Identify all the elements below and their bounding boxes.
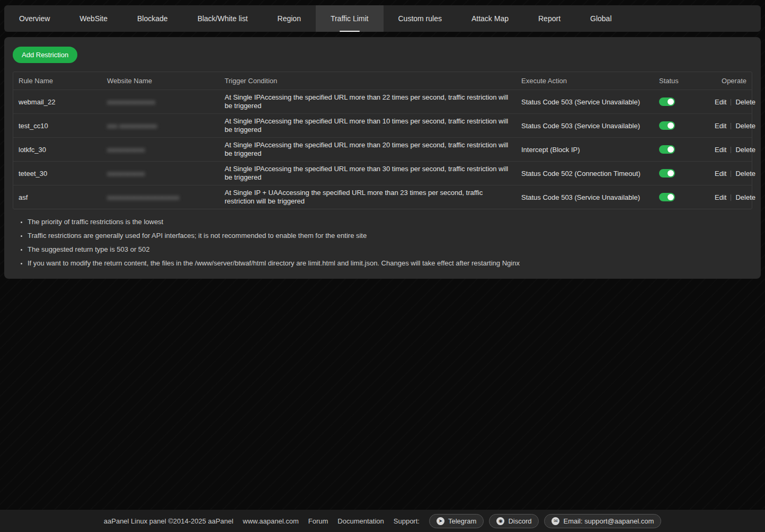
discord-icon: ◉ [496, 517, 504, 525]
toggle-knob [668, 122, 674, 129]
rule-name: teteet_30 [13, 166, 102, 181]
header-trigger: Trigger Condition [219, 74, 516, 88]
traffic-limit-table: Rule Name Website Name Trigger Condition… [13, 72, 752, 209]
header-action: Execute Action [516, 74, 654, 88]
active-tab-underline [340, 31, 360, 32]
status-toggle[interactable] [659, 97, 675, 106]
footer: aaPanel Linux panel ©2014-2025 aaPanel w… [0, 510, 765, 532]
delete-button[interactable]: Delete [735, 193, 755, 201]
telegram-icon: ➤ [437, 517, 444, 525]
table-row: test_cc10 xxx xxxxxxxxxxx At Single IPAc… [13, 113, 752, 137]
footer-support-label: Support: [394, 517, 420, 525]
divider [731, 123, 731, 129]
tab-custom-rules[interactable]: Custom rules [384, 5, 457, 32]
delete-button[interactable]: Delete [735, 170, 755, 178]
traffic-limit-panel: Add Restriction Rule Name Website Name T… [4, 37, 761, 279]
divider [731, 147, 731, 153]
status-toggle[interactable] [659, 169, 675, 178]
status-toggle[interactable] [659, 121, 675, 130]
edit-button[interactable]: Edit [715, 170, 726, 178]
footer-forum-link[interactable]: Forum [308, 517, 328, 525]
trigger-condition: At Single IP + UAAccessing the specified… [219, 185, 516, 209]
delete-button[interactable]: Delete [735, 122, 755, 130]
divider [731, 171, 731, 177]
rule-name: asf [13, 190, 102, 205]
execute-action: Status Code 503 (Service Unavailable) [516, 119, 654, 133]
edit-button[interactable]: Edit [715, 122, 726, 130]
edit-button[interactable]: Edit [715, 193, 726, 201]
website-name-redacted: xxxxxxxxxxxxxx [107, 98, 155, 106]
tab-report[interactable]: Report [523, 5, 575, 32]
tab-black-white-list[interactable]: Black/White list [183, 5, 263, 32]
website-name-redacted: xxxxxxxxxxx [107, 146, 145, 154]
delete-button[interactable]: Delete [735, 146, 755, 154]
status-toggle[interactable] [659, 193, 675, 201]
notes-list: The priority of traffic restrictions is … [13, 218, 752, 267]
trigger-condition: At Single IPAccessing the specified URL … [219, 138, 516, 161]
tab-region[interactable]: Region [263, 5, 316, 32]
header-operate: Operate [709, 74, 752, 88]
edit-button[interactable]: Edit [715, 98, 726, 106]
execute-action: Intercept (Block IP) [516, 143, 654, 157]
status-toggle[interactable] [659, 145, 675, 154]
email-button[interactable]: ✉ Email: support@aapanel.com [544, 514, 661, 528]
note-item: The priority of traffic restrictions is … [28, 218, 752, 226]
tab-attack-map[interactable]: Attack Map [457, 5, 523, 32]
trigger-condition: At Single IPAccessing the specified URL … [219, 114, 516, 137]
table-row: webmail_22 xxxxxxxxxxxxxx At Single IPAc… [13, 90, 752, 113]
discord-button[interactable]: ◉ Discord [489, 514, 539, 528]
add-restriction-button[interactable]: Add Restriction [13, 47, 77, 63]
tab-traffic-limit[interactable]: Traffic Limit [316, 5, 384, 32]
header-status: Status [654, 74, 709, 88]
footer-website-link[interactable]: www.aapanel.com [243, 517, 299, 525]
rule-name: webmail_22 [13, 95, 102, 109]
execute-action: Status Code 503 (Service Unavailable) [516, 95, 654, 109]
table-row: lotkfc_30 xxxxxxxxxxx At Single IPAccess… [13, 137, 752, 161]
tab-global[interactable]: Global [575, 5, 626, 32]
table-row: teteet_30 xxxxxxxxxxx At Single IPAccess… [13, 161, 752, 185]
table-header-row: Rule Name Website Name Trigger Condition… [13, 72, 752, 90]
top-nav: Overview WebSite Blockade Black/White li… [4, 5, 761, 32]
table-row: asf xxxxxxxxxxxxxxxxxxxxx At Single IP +… [13, 185, 752, 209]
trigger-condition: At Single IPAccessing the specified URL … [219, 90, 516, 113]
footer-copyright: aaPanel Linux panel ©2014-2025 aaPanel [104, 517, 234, 525]
toggle-knob [668, 194, 674, 200]
rule-name: lotkfc_30 [13, 143, 102, 157]
header-website-name: Website Name [102, 74, 219, 88]
website-name-redacted: xxx xxxxxxxxxxx [107, 122, 157, 130]
telegram-button[interactable]: ➤ Telegram [429, 514, 484, 528]
execute-action: Status Code 503 (Service Unavailable) [516, 190, 654, 205]
toggle-knob [668, 99, 674, 105]
header-rule-name: Rule Name [13, 74, 102, 88]
website-name-redacted: xxxxxxxxxxx [107, 170, 145, 178]
website-name-redacted: xxxxxxxxxxxxxxxxxxxxx [107, 193, 180, 201]
tab-website[interactable]: WebSite [65, 5, 122, 32]
tab-blockade[interactable]: Blockade [122, 5, 183, 32]
toggle-knob [668, 170, 674, 176]
execute-action: Status Code 502 (Connection Timeout) [516, 166, 654, 181]
email-icon: ✉ [551, 517, 559, 525]
note-item: If you want to modify the return content… [28, 259, 752, 267]
divider [731, 99, 731, 105]
trigger-condition: At Single IPAccessing the specified URL … [219, 162, 516, 185]
edit-button[interactable]: Edit [715, 146, 726, 154]
note-item: The suggested return type is 503 or 502 [28, 245, 752, 253]
footer-docs-link[interactable]: Documentation [337, 517, 384, 525]
note-item: Traffic restrictions are generally used … [28, 232, 752, 240]
toggle-knob [668, 146, 674, 153]
divider [731, 194, 731, 201]
delete-button[interactable]: Delete [735, 98, 755, 106]
tab-overview[interactable]: Overview [4, 5, 65, 32]
rule-name: test_cc10 [13, 119, 102, 133]
